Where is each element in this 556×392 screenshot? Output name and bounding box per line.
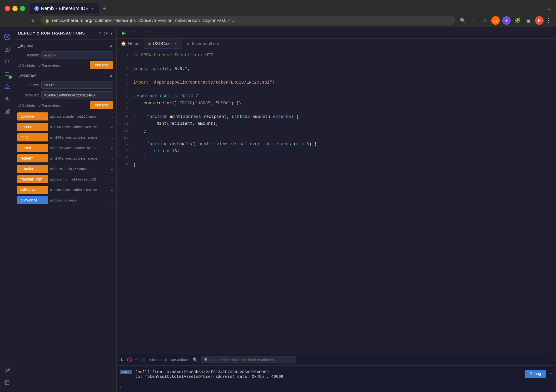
- console-search-icon[interactable]: 🔍: [193, 357, 198, 362]
- sidebar-item-analytics[interactable]: [1, 105, 13, 117]
- tab-usdc[interactable]: ◈ USDC.sol ✕: [144, 39, 182, 49]
- console-search-input[interactable]: 🔍 Search with transaction hash or addres…: [201, 356, 296, 363]
- console-listen-checkbox[interactable]: [141, 358, 145, 362]
- sidebar-item-search[interactable]: [1, 56, 13, 67]
- wallet-extension-icon[interactable]: ◈: [502, 16, 511, 25]
- tab-home[interactable]: 🏠 Home: [117, 39, 144, 49]
- deposit-section-header[interactable]: _deposit ▲: [14, 41, 116, 50]
- address-bar: ← → ↻ 🔒 remix.ethereum.org/#optimize=fal…: [0, 14, 556, 27]
- run-button[interactable]: ▶: [120, 29, 128, 37]
- forward-button[interactable]: →: [17, 16, 25, 25]
- editor-area: ▶ ⊕ ⊖ 🏠 Home ◈ USDC.sol ✕ ◈ TokenVault.s…: [117, 27, 556, 392]
- function-row-permit: permitaddress owner, address spende⌄: [14, 143, 116, 153]
- withdraw-transact-button[interactable]: transact: [90, 101, 113, 109]
- deploy-chevron-icon[interactable]: ▾: [110, 31, 113, 36]
- deposit-parameters-link[interactable]: Parameters: [37, 63, 60, 67]
- code-line-10: 10 ▾ function mint(address recipient, ui…: [117, 113, 556, 120]
- function-expand-approve[interactable]: ⌄: [110, 114, 114, 119]
- svg-point-11: [7, 97, 8, 99]
- deposit-calldata-link[interactable]: Calldata: [18, 63, 35, 67]
- minimize-button[interactable]: [12, 6, 18, 11]
- function-btn-allowance[interactable]: allowance: [17, 196, 48, 204]
- function-btn-redeem[interactable]: redeem: [17, 154, 48, 162]
- debug-button[interactable]: Debug: [525, 370, 546, 378]
- function-expand-redeem[interactable]: ⌄: [110, 156, 114, 161]
- function-list: approveaddress spender, uint256 amou⌄dep…: [14, 111, 116, 205]
- search-icon: 🔍: [204, 358, 208, 362]
- sidebar-item-files[interactable]: [1, 44, 13, 55]
- share-icon[interactable]: ↑: [469, 16, 478, 25]
- code-line-13: 13: [117, 134, 556, 141]
- console-collapse-icon[interactable]: ⬇: [120, 357, 124, 362]
- back-button[interactable]: ←: [5, 16, 13, 25]
- function-btn-approve[interactable]: approve: [17, 112, 48, 120]
- tab-usdc-close[interactable]: ✕: [174, 41, 178, 46]
- function-expand-deposit[interactable]: ⌄: [110, 125, 114, 129]
- profile-avatar[interactable]: F: [535, 16, 544, 25]
- function-expand-transferFrom[interactable]: ⌄: [110, 177, 114, 182]
- function-btn-permit[interactable]: permit: [17, 144, 48, 152]
- function-btn-transferFrom[interactable]: transferFrom: [17, 175, 48, 183]
- tab-close-button[interactable]: ✕: [90, 7, 95, 11]
- code-line-16: 16 }: [117, 155, 556, 161]
- deploy-panel-header: DEPLOY & RUN TRANSACTIONS ✓ ≫ ▾: [14, 27, 116, 39]
- sidebar-item-deploy[interactable]: [1, 81, 13, 92]
- function-desc-redeem: uint256 shares, address receive: [50, 157, 108, 160]
- console-count: 0: [135, 358, 138, 362]
- function-btn-mint[interactable]: mint: [17, 133, 48, 141]
- deposit-transact-button[interactable]: transact: [90, 61, 113, 69]
- maximize-button[interactable]: [20, 6, 25, 11]
- withdraw-shares-input[interactable]: [41, 81, 113, 89]
- sidebar-item-tools[interactable]: [1, 364, 13, 376]
- function-row-deposit: deposituint256 assets, address receive⌄: [14, 122, 116, 132]
- console-expand-icon[interactable]: ⌄: [549, 370, 553, 375]
- search-icon[interactable]: 🔍: [458, 16, 467, 25]
- close-button[interactable]: [5, 6, 10, 11]
- withdraw-parameters-link[interactable]: Parameters: [37, 103, 60, 107]
- tab-tokenvault[interactable]: ◈ TokenVault.sol: [182, 39, 223, 49]
- function-expand-withdraw[interactable]: ⌄: [110, 188, 114, 192]
- url-bar[interactable]: 🔒 remix.ethereum.org/#optimize=false&run…: [40, 16, 455, 25]
- withdraw-receiver-row: _receiver:: [14, 90, 116, 100]
- browser-menu-icon[interactable]: ⋮: [546, 17, 551, 24]
- withdraw-receiver-input[interactable]: [41, 91, 113, 99]
- deposit-assets-input[interactable]: [41, 51, 113, 59]
- function-btn-transfer[interactable]: transfer: [17, 165, 48, 173]
- sidebar-item-settings[interactable]: [1, 377, 13, 388]
- reload-button[interactable]: ↻: [29, 16, 37, 25]
- withdraw-actions: Calldata Parameters transact: [14, 100, 116, 110]
- function-expand-transfer[interactable]: ⌄: [110, 167, 114, 171]
- browser-tab-active[interactable]: R Remix - Ethereum IDE ✕: [30, 3, 99, 14]
- function-expand-permit[interactable]: ⌄: [110, 146, 114, 150]
- sidebar-item-logo[interactable]: [1, 31, 13, 43]
- svg-rect-22: [18, 104, 21, 106]
- function-desc-transferFrom: address from, address to, uint2: [50, 177, 108, 181]
- withdraw-calldata-link[interactable]: Calldata: [18, 103, 35, 107]
- layout-icon[interactable]: ▣: [524, 16, 533, 25]
- bookmark-icon[interactable]: ☆: [480, 16, 489, 25]
- zoom-out-button[interactable]: ⊖: [142, 29, 150, 37]
- sidebar-item-compile[interactable]: ✓: [1, 68, 13, 80]
- withdraw-shares-label: _shares:: [18, 83, 39, 87]
- console-clear-icon[interactable]: 🚫: [127, 357, 132, 362]
- zoom-in-button[interactable]: ⊕: [131, 29, 139, 37]
- function-btn-withdraw[interactable]: withdraw: [17, 186, 48, 194]
- deposit-collapse-icon[interactable]: ▲: [109, 44, 113, 48]
- compile-badge: ✓: [8, 76, 12, 79]
- withdraw-section: _withdraw ▲ _shares: _receiver: Calldata: [14, 71, 116, 110]
- sidebar-item-debug[interactable]: [1, 93, 13, 105]
- deploy-expand-icon[interactable]: ≫: [104, 31, 108, 36]
- function-row-redeem: redeemuint256 shares, address receive⌄: [14, 153, 116, 164]
- tab-bar: R Remix - Ethereum IDE ✕ + ⌄: [30, 3, 551, 14]
- metamask-extension-icon[interactable]: 🦊: [491, 16, 500, 25]
- withdraw-section-header[interactable]: _withdraw ▲: [14, 71, 116, 80]
- function-btn-deposit[interactable]: deposit: [17, 123, 48, 131]
- function-expand-allowance[interactable]: ⌄: [110, 198, 114, 203]
- new-tab-button[interactable]: +: [100, 4, 109, 13]
- svg-rect-18: [8, 109, 9, 113]
- code-editor[interactable]: 1 // SPDX-License-Identifier: MIT 2 3 pr…: [117, 49, 556, 354]
- withdraw-collapse-icon[interactable]: ▲: [109, 73, 113, 78]
- extensions-icon[interactable]: 🧩: [513, 16, 522, 25]
- console-line-2: to: TokenVault.totalAssetsOfUser(address…: [135, 374, 283, 379]
- function-expand-mint[interactable]: ⌄: [110, 135, 114, 140]
